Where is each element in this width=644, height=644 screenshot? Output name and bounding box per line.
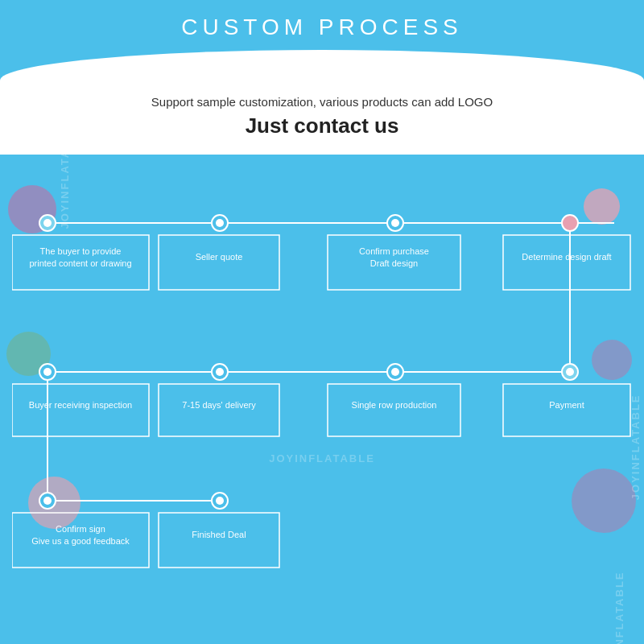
label-r1-1: The buyer to provideprinted content or d…: [29, 246, 131, 270]
node-r2-1-inner: [43, 368, 52, 376]
label-r1-4: Determine design draft: [522, 251, 611, 263]
process-diagram: The buyer to provideprinted content or d…: [12, 183, 632, 577]
subtitle-text: Support sample customization, various pr…: [16, 95, 628, 109]
label-r1-3: Confirm purchaseDraft design: [359, 246, 429, 270]
header-title-bar: CUSTOM PROCESS: [0, 0, 644, 50]
node-r2-4-inner: [566, 368, 574, 376]
contact-text: Just contact us: [16, 114, 628, 138]
node-r3-2-inner: [216, 497, 224, 505]
page-wrapper: CUSTOM PROCESS Support sample customizat…: [0, 0, 644, 644]
node-r1-4: [562, 215, 578, 231]
subtitle-section: Support sample customization, various pr…: [0, 80, 644, 155]
watermark-4: JOYINFLATABLE: [614, 572, 626, 645]
label-r3-1: Confirm signGive us a good feedback: [31, 523, 130, 548]
node-r1-3-inner: [391, 219, 399, 227]
label-r2-2: 7-15 days' delivery: [182, 399, 255, 411]
label-r2-3: Single row production: [352, 399, 437, 411]
label-r2-1: Buyer receiving inspection: [29, 399, 132, 411]
label-r3-2: Finished Deal: [192, 529, 246, 541]
node-r1-1-inner: [43, 219, 52, 227]
label-r2-4: Payment: [549, 399, 584, 411]
page-title: CUSTOM PROCESS: [0, 14, 644, 40]
node-r1-2-inner: [216, 219, 224, 227]
node-r2-3-inner: [391, 368, 399, 376]
node-r3-1-inner: [43, 497, 52, 505]
node-r2-2-inner: [216, 368, 224, 376]
label-r1-2: Seller quote: [196, 251, 243, 263]
